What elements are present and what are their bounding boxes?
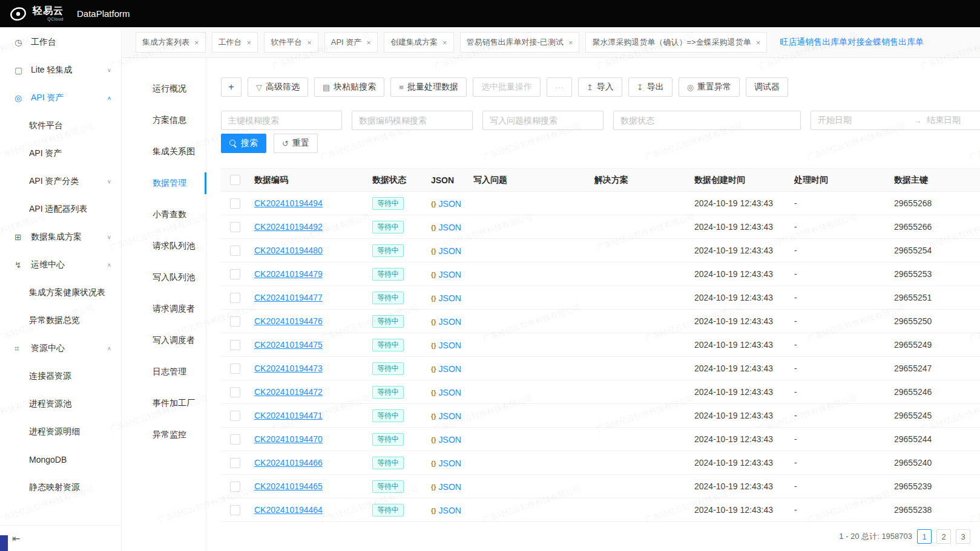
tab[interactable]: 旺店通销售出库单对接金蝶销售出库单	[773, 32, 930, 53]
more-actions-button[interactable]: ···	[547, 77, 572, 97]
inner-nav-item[interactable]: 数据管理	[121, 168, 206, 199]
selected-batch-action-button[interactable]: 选中批量操作	[473, 77, 541, 97]
close-icon[interactable]: ×	[194, 38, 199, 47]
row-checkbox[interactable]	[230, 316, 240, 327]
sidebar-item[interactable]: MongoDB	[0, 446, 121, 474]
data-code-link[interactable]: CK202410194480	[254, 246, 323, 255]
block-paste-search-button[interactable]: ▤块粘贴搜索	[314, 77, 384, 97]
add-button[interactable]: +	[221, 77, 242, 97]
data-code-link[interactable]: CK202410194472	[254, 387, 323, 397]
reset-button[interactable]: ↺ 重置	[274, 134, 318, 153]
sidebar-item[interactable]: API 资产分类∨	[0, 168, 121, 195]
close-icon[interactable]: ×	[568, 38, 573, 47]
json-link[interactable]: {}JSON	[431, 458, 461, 468]
inner-nav-item[interactable]: 集成关系图	[121, 136, 206, 168]
inner-nav-item[interactable]: 事件加工厂	[121, 388, 206, 419]
inner-nav-item[interactable]: 请求队列池	[121, 230, 206, 262]
inner-nav-item[interactable]: 小青查数	[121, 199, 206, 230]
row-checkbox[interactable]	[230, 293, 240, 303]
row-checkbox[interactable]	[230, 387, 240, 397]
data-code-link[interactable]: CK202410194494	[254, 198, 323, 208]
row-checkbox[interactable]	[230, 411, 240, 421]
json-link[interactable]: {}JSON	[431, 435, 461, 445]
sidebar-item[interactable]: ↯运维中心∧	[0, 251, 121, 279]
export-button[interactable]: ↧导出	[628, 77, 673, 97]
tab[interactable]: API 资产×	[324, 32, 378, 53]
row-checkbox[interactable]	[230, 222, 240, 232]
sidebar-item[interactable]: 连接器资源	[0, 362, 121, 390]
inner-nav-item[interactable]: 写入调度者	[121, 325, 206, 356]
data-code-link[interactable]: CK202410194473	[254, 364, 323, 373]
batch-process-button[interactable]: ≡批量处理数据	[390, 77, 467, 97]
row-checkbox[interactable]	[230, 458, 240, 468]
primary-key-search-input[interactable]	[221, 111, 342, 130]
sidebar-item[interactable]: API 资产	[0, 140, 121, 168]
search-button[interactable]: 搜索	[221, 134, 266, 153]
data-code-link[interactable]: CK202410194471	[254, 411, 323, 420]
close-icon[interactable]: ×	[247, 38, 252, 47]
json-link[interactable]: {}JSON	[431, 506, 461, 515]
debugger-button[interactable]: 调试器	[746, 77, 788, 97]
data-code-link[interactable]: CK202410194479	[254, 269, 323, 279]
page-button[interactable]: 1	[917, 529, 932, 544]
tab[interactable]: 创建集成方案×	[384, 32, 454, 53]
sidebar-item[interactable]: ▢Lite 轻集成∨	[0, 56, 121, 84]
sidebar-item[interactable]: ⌗资源中心∧	[0, 334, 121, 362]
row-checkbox[interactable]	[230, 434, 240, 445]
sidebar-item[interactable]: 软件平台	[0, 112, 121, 140]
tab[interactable]: 工作台×	[212, 32, 258, 53]
sidebar-item[interactable]: 异常数据总览	[0, 307, 121, 334]
close-icon[interactable]: ×	[442, 38, 447, 47]
inner-nav-item[interactable]: 异常监控	[121, 419, 206, 451]
data-code-link[interactable]: CK202410194470	[254, 434, 323, 444]
json-link[interactable]: {}JSON	[431, 388, 461, 397]
row-checkbox[interactable]	[230, 246, 240, 256]
json-link[interactable]: {}JSON	[431, 223, 461, 232]
data-status-select[interactable]	[613, 111, 801, 130]
inner-nav-item[interactable]: 写入队列池	[121, 262, 206, 293]
close-icon[interactable]: ×	[366, 38, 371, 47]
json-link[interactable]: {}JSON	[431, 270, 461, 279]
json-link[interactable]: {}JSON	[431, 199, 461, 209]
data-code-link[interactable]: CK202410194492	[254, 222, 323, 232]
json-link[interactable]: {}JSON	[431, 364, 461, 374]
data-code-search-input[interactable]	[352, 111, 473, 130]
sidebar-item[interactable]: ◷工作台	[0, 28, 121, 56]
close-icon[interactable]: ×	[307, 38, 312, 47]
json-link[interactable]: {}JSON	[431, 482, 461, 492]
sidebar-item[interactable]: 静态映射资源	[0, 474, 121, 501]
row-checkbox[interactable]	[230, 340, 240, 350]
reset-error-button[interactable]: ◎重置异常	[679, 77, 740, 97]
json-link[interactable]: {}JSON	[431, 341, 461, 350]
write-issue-search-input[interactable]	[482, 111, 603, 130]
row-checkbox[interactable]	[230, 269, 240, 279]
data-code-link[interactable]: CK202410194466	[254, 458, 323, 468]
close-icon[interactable]: ×	[756, 38, 761, 47]
sidebar-item[interactable]: 集成方案健康状况表	[0, 279, 121, 307]
json-link[interactable]: {}JSON	[431, 411, 461, 421]
row-checkbox[interactable]	[230, 505, 240, 515]
tab[interactable]: 集成方案列表×	[136, 32, 206, 53]
import-button[interactable]: ↥导入	[578, 77, 622, 97]
menu-fold-icon[interactable]: ⇤	[12, 533, 20, 544]
data-code-link[interactable]: CK202410194477	[254, 293, 323, 302]
page-button[interactable]: 3	[956, 529, 970, 544]
advanced-filter-button[interactable]: ▽高级筛选	[248, 77, 308, 97]
select-all-checkbox[interactable]	[230, 175, 240, 185]
sidebar-item[interactable]: 进程资源明细	[0, 418, 121, 446]
tab[interactable]: 聚水潭采购退货单（确认）=>金蝶采购退货单×	[585, 32, 767, 53]
inner-nav-item[interactable]: 日志管理	[121, 356, 206, 388]
inner-nav-item[interactable]: 方案信息	[121, 105, 206, 136]
date-range-picker[interactable]: 开始日期 → 结束日期	[811, 111, 980, 130]
json-link[interactable]: {}JSON	[431, 317, 461, 327]
page-button[interactable]: 2	[936, 529, 951, 544]
json-link[interactable]: {}JSON	[431, 246, 461, 256]
data-code-link[interactable]: CK202410194476	[254, 316, 323, 326]
data-code-link[interactable]: CK202410194465	[254, 481, 323, 491]
tab[interactable]: 软件平台×	[264, 32, 318, 53]
sidebar-item[interactable]: 进程资源池	[0, 390, 121, 418]
row-checkbox[interactable]	[230, 364, 240, 374]
row-checkbox[interactable]	[230, 198, 240, 209]
tab[interactable]: 管易销售出库单对接-已测试×	[460, 32, 580, 53]
sidebar-item[interactable]: API 适配器列表	[0, 195, 121, 223]
